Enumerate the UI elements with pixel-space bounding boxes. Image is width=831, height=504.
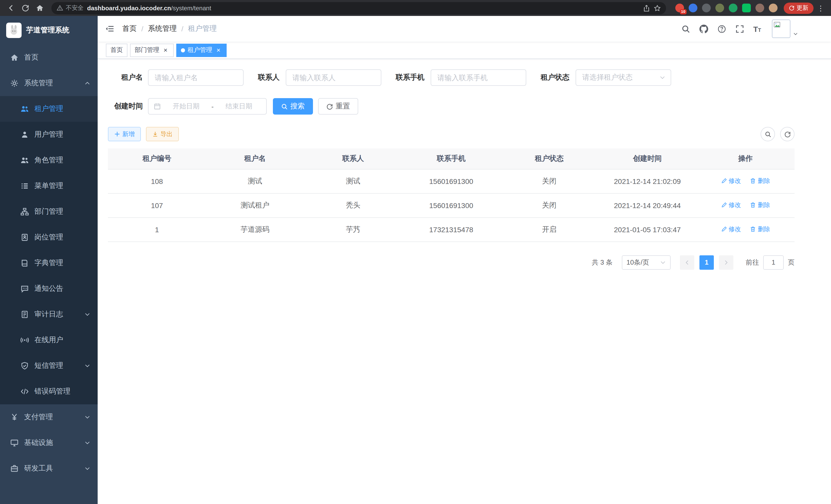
- infrastructure-icon: [10, 439, 19, 447]
- address-bar[interactable]: 不安全 dashboard.yudao.iocoder.cn/system/te…: [51, 2, 666, 14]
- col-contact: 联系人: [304, 148, 402, 169]
- sidebar-item-dict-management[interactable]: 字典管理: [0, 250, 98, 276]
- search-button[interactable]: 搜索: [273, 98, 313, 115]
- help-icon[interactable]: [713, 24, 730, 33]
- breadcrumb-home[interactable]: 首页: [122, 24, 137, 33]
- sidebar-item-announcement[interactable]: 通知公告: [0, 276, 98, 302]
- sidebar-item-post-management[interactable]: 岗位管理: [0, 225, 98, 250]
- user-avatar[interactable]: [772, 20, 798, 38]
- next-page-button[interactable]: [719, 255, 733, 269]
- breadcrumb-system[interactable]: 系统管理: [148, 24, 177, 33]
- sidebar-item-menu-management[interactable]: 菜单管理: [0, 173, 98, 199]
- extension-icon-5[interactable]: [729, 4, 738, 12]
- delete-link[interactable]: 删除: [750, 225, 770, 234]
- sidebar-item-payment-management[interactable]: 支付管理: [0, 404, 98, 430]
- col-phone: 联系手机: [402, 148, 500, 169]
- filter-row-2: 创建时间 开始日期 - 结束日期 搜索: [108, 98, 795, 115]
- payment-yen-icon: [10, 413, 19, 421]
- status-label: 租户状态: [541, 73, 569, 82]
- bookmark-star-icon[interactable]: [654, 4, 661, 11]
- fullscreen-icon[interactable]: [730, 24, 748, 33]
- sidebar-item-user-management[interactable]: 用户管理: [0, 122, 98, 147]
- sidebar-item-home[interactable]: 首页: [0, 45, 98, 70]
- prev-page-button[interactable]: [680, 255, 694, 269]
- header-search-icon[interactable]: [677, 24, 694, 33]
- toolbar-right: [761, 127, 795, 141]
- sidebar-item-dept-management[interactable]: 部门管理: [0, 199, 98, 225]
- table-row: 1 芋道源码 芋艿 17321315478 开启 2021-01-05 17:0…: [108, 217, 795, 241]
- browser-update-button[interactable]: 更新: [784, 2, 813, 13]
- extension-icon-7[interactable]: [755, 4, 764, 12]
- tab-home[interactable]: 首页: [106, 43, 127, 57]
- search-icon: [281, 103, 288, 110]
- github-icon[interactable]: [694, 24, 713, 33]
- trash-icon: [750, 202, 756, 208]
- sidebar-item-tenant-management[interactable]: 租户管理: [0, 96, 98, 122]
- edit-link[interactable]: 修改: [721, 201, 741, 210]
- reset-button[interactable]: 重置: [318, 98, 358, 115]
- tab-dept-management[interactable]: 部门管理 ×: [130, 43, 174, 57]
- download-icon: [152, 131, 158, 137]
- font-size-icon[interactable]: TT: [748, 25, 766, 33]
- refresh-table-button[interactable]: [780, 127, 795, 141]
- home-icon: [10, 53, 19, 62]
- cell-status: 关闭: [500, 193, 598, 217]
- sidebar-item-infrastructure[interactable]: 基础设施: [0, 430, 98, 456]
- sidebar-menu: 首页 系统管理 租户管理 用户管理: [0, 45, 98, 481]
- sidebar-item-online-users[interactable]: 在线用户: [0, 327, 98, 353]
- extension-icon-2[interactable]: [689, 4, 697, 12]
- extension-icon-6[interactable]: [742, 4, 751, 12]
- browser-menu-icon[interactable]: ⋮: [814, 4, 827, 12]
- browser-back-icon[interactable]: [4, 2, 18, 14]
- share-icon[interactable]: [643, 4, 650, 11]
- cell-created-at: 2021-01-05 17:03:47: [598, 217, 696, 241]
- sidebar-item-sms-management[interactable]: 短信管理: [0, 353, 98, 379]
- close-icon[interactable]: ×: [215, 47, 222, 54]
- contact-input[interactable]: [286, 69, 381, 86]
- plus-icon: [114, 131, 120, 137]
- chevron-down-icon: [84, 312, 90, 318]
- chevron-down-icon: [84, 414, 90, 420]
- sidebar-collapse-icon[interactable]: [98, 24, 122, 33]
- close-icon[interactable]: ×: [162, 47, 169, 54]
- edit-link[interactable]: 修改: [721, 225, 741, 234]
- sidebar-logo[interactable]: 芋道管理系统: [0, 16, 98, 45]
- tab-tenant-management[interactable]: 租户管理 ×: [176, 43, 227, 57]
- date-separator: -: [211, 102, 214, 110]
- sidebar-item-role-management[interactable]: 角色管理: [0, 147, 98, 173]
- browser-home-icon[interactable]: [33, 2, 46, 14]
- delete-link[interactable]: 删除: [750, 201, 770, 210]
- sidebar-item-audit-log[interactable]: 审计日志: [0, 302, 98, 327]
- tags-bar: 首页 部门管理 × 租户管理 ×: [98, 41, 831, 59]
- toggle-search-button[interactable]: [761, 127, 775, 141]
- app-title: 芋道管理系统: [26, 26, 69, 35]
- sidebar-item-dev-tools[interactable]: 研发工具: [0, 456, 98, 481]
- phone-label: 联系手机: [396, 73, 425, 82]
- extensions-row: 10: [671, 4, 782, 12]
- export-button[interactable]: 导出: [146, 127, 179, 141]
- sidebar-item-system-management[interactable]: 系统管理: [0, 70, 98, 96]
- page-number-1[interactable]: 1: [699, 255, 714, 269]
- page-size-select[interactable]: 10条/页: [622, 255, 671, 269]
- active-dot: [181, 48, 185, 52]
- tenant-name-input[interactable]: [148, 69, 243, 86]
- date-range-picker[interactable]: 开始日期 - 结束日期: [148, 98, 267, 115]
- delete-link[interactable]: 删除: [750, 177, 770, 185]
- chevron-down-icon: [84, 363, 90, 369]
- phone-input[interactable]: [431, 69, 526, 86]
- browser-reload-icon[interactable]: [19, 2, 32, 14]
- date-end-placeholder: 结束日期: [217, 102, 261, 111]
- extension-icon-1[interactable]: 10: [675, 4, 684, 12]
- edit-link[interactable]: 修改: [721, 177, 741, 185]
- page-unit-label: 页: [788, 258, 795, 267]
- status-select[interactable]: 请选择租户状态: [576, 69, 671, 86]
- not-secure-chip[interactable]: 不安全: [57, 4, 84, 12]
- cell-phone: 15601691300: [402, 169, 500, 193]
- extension-icon-3[interactable]: [702, 4, 711, 12]
- add-button[interactable]: 新增: [108, 127, 141, 141]
- extension-icon-4[interactable]: [715, 4, 724, 12]
- sidebar-item-error-code-management[interactable]: 错误码管理: [0, 379, 98, 404]
- extension-icon-8[interactable]: [769, 4, 778, 12]
- cell-contact: 芋艿: [304, 217, 402, 241]
- goto-page-input[interactable]: [763, 255, 784, 269]
